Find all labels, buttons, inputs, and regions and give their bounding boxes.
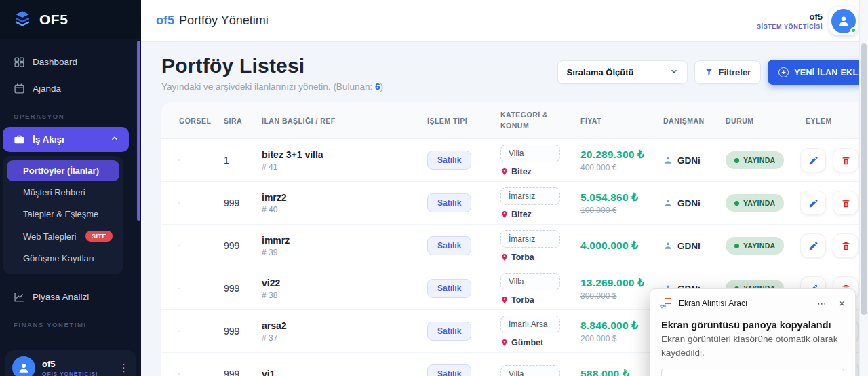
- sidebar-nav: Dashboard Ajanda OPERASYON İş Akışı: [0, 39, 141, 334]
- sidebar-item-label: Dashboard: [33, 57, 77, 67]
- sidebar-item-talepler-eslesme[interactable]: Talepler & Eşleşme: [7, 204, 119, 225]
- delete-button[interactable]: [833, 233, 859, 258]
- sidebar-group-is-akisi[interactable]: İş Akışı: [3, 127, 129, 152]
- sidebar-item-piyasa-analizi[interactable]: Piyasa Analizi: [0, 284, 141, 310]
- price-primary: 4.000.000 ₺: [580, 240, 663, 252]
- listing-ref: # 38: [262, 290, 427, 300]
- more-options-icon[interactable]: ⋯: [817, 298, 827, 309]
- topbar-title: Portföy Yönetimi: [179, 14, 269, 27]
- trash-icon: [841, 198, 851, 208]
- table-row[interactable]: 1 bitez 3+1 villa # 41 Satılık Villa Bi: [161, 139, 868, 182]
- transaction-type-badge: Satılık: [427, 236, 471, 255]
- transaction-type-badge: Satılık: [427, 279, 471, 298]
- location-label: Torba: [511, 295, 534, 305]
- order-number: 999: [224, 240, 262, 251]
- pencil-icon: [808, 198, 818, 208]
- location: Torba: [500, 252, 580, 262]
- location: Bitez: [500, 210, 580, 219]
- chart-line-icon: [14, 291, 25, 303]
- table-row[interactable]: 999 imrz2 # 40 Satılık İmarsız Bitez: [161, 182, 868, 225]
- snipping-tool-icon: ✂: [661, 298, 673, 309]
- sidebar-subitem-label: Web Talepleri: [23, 231, 76, 242]
- page-scrollbar-thumb[interactable]: [861, 43, 867, 315]
- location-label: Bitez: [511, 167, 532, 176]
- location: Bitez: [500, 167, 580, 176]
- col-header: EYLEM: [800, 117, 832, 125]
- listing-ref: # 37: [262, 333, 427, 343]
- agent-cell: GDNi: [663, 155, 726, 166]
- sidebar-scrollbar[interactable]: [137, 41, 140, 221]
- table-row[interactable]: 999 immrz # 39 Satılık İmarsız Torba: [161, 225, 868, 267]
- status-badge: YAYINDA: [726, 194, 784, 212]
- delete-button[interactable]: [833, 148, 859, 172]
- markup-share-button[interactable]: İşaretleme ve paylaşım: [661, 369, 844, 376]
- grid-icon: [14, 56, 25, 68]
- sidebar: OF5 Dashboard Ajanda OPERASYON: [0, 0, 141, 376]
- col-header: KATEGORİ & KONUM: [500, 110, 559, 130]
- topbar: of5Portföy Yönetimi of5 SİSTEM YÖNETİCİS…: [141, 0, 868, 42]
- sidebar-item-gorusme-kayitlari[interactable]: Görüşme Kayıtları: [7, 248, 119, 269]
- sidebar-item-ajanda[interactable]: Ajanda: [0, 75, 141, 102]
- location-pin-icon: [500, 339, 509, 347]
- edit-button[interactable]: [800, 233, 826, 258]
- topbar-avatar[interactable]: [829, 7, 858, 35]
- location-label: Torba: [511, 252, 534, 262]
- sidebar-subitem-label: Portföyler (İlanlar): [23, 166, 99, 176]
- location-pin-icon: [500, 296, 509, 304]
- sidebar-user-name: of5: [42, 359, 98, 369]
- sort-select-value: Sıralama Ölçütü: [566, 67, 633, 77]
- sidebar-item-portfoyler[interactable]: Portföyler (İlanlar): [7, 160, 119, 181]
- agent-person-icon: [663, 241, 673, 250]
- location-pin-icon: [500, 253, 509, 261]
- table-header-row: GÖRSEL SIRA İLAN BAŞLIĞI / REF İŞLEM TİP…: [161, 102, 868, 139]
- col-header: FİYAT: [580, 117, 663, 125]
- app-root: OF5 Dashboard Ajanda OPERASYON: [0, 0, 868, 376]
- location: Torba: [500, 295, 580, 305]
- order-number: 999: [224, 326, 262, 337]
- add-listing-button[interactable]: + YENİ İLAN EKLE: [768, 60, 868, 85]
- sidebar-user-role: OFİS YÖNETİCİSİ: [42, 371, 98, 376]
- price-primary: 13.269.000 ₺: [580, 277, 663, 289]
- topbar-user-name: of5: [757, 12, 823, 22]
- col-header: DURUM: [726, 117, 800, 125]
- pencil-icon: [808, 241, 818, 251]
- toast-description: Ekran görüntüleri klasörüne otomatik ola…: [661, 333, 844, 359]
- sidebar-item-web-talepleri[interactable]: Web Talepleri SİTE: [7, 225, 119, 247]
- close-icon[interactable]: ✕: [838, 299, 846, 309]
- transaction-type-badge: Satılık: [427, 151, 471, 170]
- row-actions: [800, 148, 859, 172]
- logo[interactable]: OF5: [0, 0, 141, 39]
- page-scrollbar[interactable]: [859, 0, 868, 376]
- transaction-type-badge: Satılık: [427, 322, 471, 341]
- transaction-type-badge: Satılık: [427, 364, 471, 376]
- sidebar-subitem-label: Müşteri Rehberi: [23, 187, 85, 198]
- location: Gümbet: [500, 338, 580, 347]
- sidebar-subitem-label: Görüşme Kayıtları: [23, 253, 94, 263]
- toast-title: Ekran görüntüsü panoya kopyalandı: [661, 320, 844, 331]
- price-secondary: 400.000 €: [580, 163, 663, 172]
- location-label: Gümbet: [511, 338, 543, 347]
- topbar-user[interactable]: of5 SİSTEM YÖNETİCİSİ: [757, 7, 868, 35]
- sidebar-user-card[interactable]: of5 OFİS YÖNETİCİSİ ⋮: [5, 350, 136, 376]
- edit-button[interactable]: [800, 191, 826, 215]
- status-badge: YAYINDA: [726, 237, 784, 255]
- topbar-user-role: SİSTEM YÖNETİCİSİ: [757, 23, 823, 30]
- kebab-menu-icon[interactable]: ⋮: [119, 362, 129, 374]
- filters-button[interactable]: Filtreler: [694, 60, 761, 84]
- listing-ref: # 40: [262, 205, 427, 214]
- sort-select[interactable]: Sıralama Ölçütü: [557, 60, 688, 84]
- edit-button[interactable]: [800, 148, 826, 172]
- order-number: 999: [224, 283, 262, 294]
- category-chip: Villa: [500, 273, 560, 290]
- sidebar-item-musteri-rehberi[interactable]: Müşteri Rehberi: [7, 182, 119, 203]
- col-header: DANIŞMAN: [663, 117, 726, 125]
- listing-title: bitez 3+1 villa: [262, 149, 427, 160]
- row-actions: [800, 233, 859, 258]
- agent-person-icon: [663, 198, 673, 208]
- sidebar-item-dashboard[interactable]: Dashboard: [0, 49, 141, 75]
- delete-button[interactable]: [833, 191, 859, 215]
- order-number: 999: [224, 198, 262, 208]
- agent-name: GDNi: [677, 155, 701, 166]
- agent-name: GDNi: [677, 198, 701, 208]
- col-header: İLAN BAŞLIĞI / REF: [262, 117, 427, 125]
